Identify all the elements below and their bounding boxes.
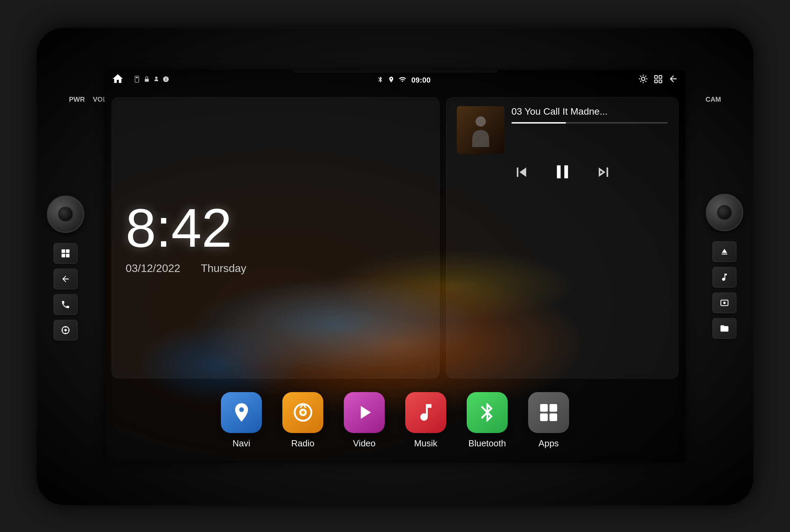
clock-day-text: Thursday bbox=[201, 262, 246, 275]
media-right-button[interactable] bbox=[713, 292, 736, 313]
home-icon[interactable] bbox=[112, 73, 124, 88]
window-icon[interactable] bbox=[653, 74, 663, 86]
svg-line-22 bbox=[645, 76, 646, 77]
app-item-radio[interactable]: Radio bbox=[282, 392, 323, 449]
clock-date-text: 03/12/2022 bbox=[126, 262, 180, 275]
back-button[interactable] bbox=[54, 269, 77, 289]
app-item-navi[interactable]: Navi bbox=[221, 392, 262, 449]
svg-rect-11 bbox=[136, 77, 138, 78]
svg-rect-12 bbox=[145, 79, 149, 82]
screen-container: 09:00 bbox=[105, 70, 685, 462]
app-item-apps[interactable]: Apps bbox=[528, 392, 569, 449]
album-art-image bbox=[457, 106, 505, 154]
svg-rect-10 bbox=[135, 76, 139, 82]
bluetooth-icon bbox=[467, 392, 508, 433]
folder-right-button[interactable] bbox=[713, 318, 736, 339]
location-status-icon bbox=[388, 76, 395, 84]
svg-line-19 bbox=[640, 76, 641, 77]
app-item-video[interactable]: Video bbox=[344, 392, 385, 449]
status-icons bbox=[133, 75, 169, 85]
svg-point-27 bbox=[476, 116, 486, 127]
music-info: 03 You Call It Madne... bbox=[511, 106, 668, 124]
wifi-status-icon bbox=[399, 76, 406, 85]
musik-label: Musik bbox=[414, 438, 437, 449]
left-side-buttons bbox=[54, 243, 77, 340]
app-item-bluetooth[interactable]: Bluetooth bbox=[467, 392, 508, 449]
status-left bbox=[112, 73, 169, 88]
widgets-area: 8:42 03/12/2022 Thursday bbox=[105, 90, 685, 385]
eject-button[interactable] bbox=[713, 241, 736, 262]
apps-icon bbox=[528, 392, 569, 433]
music-title: 03 You Call It Madne... bbox=[511, 106, 668, 117]
status-center-icons bbox=[377, 76, 406, 85]
play-pause-button[interactable] bbox=[551, 161, 574, 188]
svg-point-5 bbox=[65, 329, 67, 331]
next-button[interactable] bbox=[594, 163, 613, 186]
right-side-buttons bbox=[713, 241, 736, 339]
svg-rect-0 bbox=[61, 249, 65, 253]
cam-label: CAM bbox=[705, 96, 721, 103]
status-time: 09:00 bbox=[411, 76, 431, 85]
grid-button[interactable] bbox=[54, 243, 77, 263]
clock-date: 03/12/2022 Thursday bbox=[126, 262, 425, 275]
music-top: 03 You Call It Madne... bbox=[457, 106, 668, 154]
phone-button[interactable] bbox=[54, 294, 77, 315]
clock-time: 8:42 bbox=[126, 201, 425, 255]
svg-rect-1 bbox=[66, 249, 69, 253]
notification-icon bbox=[163, 76, 169, 84]
bluetooth-status-icon bbox=[377, 76, 384, 84]
radio-label: Radio bbox=[291, 438, 314, 449]
back-status-icon[interactable] bbox=[668, 74, 678, 86]
svg-rect-34 bbox=[540, 413, 548, 421]
status-center: 09:00 bbox=[169, 76, 638, 85]
music-right-button[interactable] bbox=[713, 267, 736, 287]
clock-widget: 8:42 03/12/2022 Thursday bbox=[112, 97, 439, 378]
svg-line-20 bbox=[645, 81, 646, 82]
music-progress-fill bbox=[511, 122, 566, 124]
radio-icon bbox=[282, 392, 323, 433]
navi-label: Navi bbox=[232, 438, 250, 449]
svg-marker-31 bbox=[361, 406, 371, 419]
unit-bezel: PWR VOL TUNE CAM MIC bbox=[37, 27, 753, 505]
svg-point-13 bbox=[155, 77, 158, 79]
pwr-label: PWR bbox=[69, 96, 85, 103]
nav-button[interactable] bbox=[54, 320, 77, 340]
music-progress[interactable] bbox=[511, 122, 668, 124]
apps-label: Apps bbox=[538, 438, 559, 449]
svg-line-21 bbox=[640, 81, 641, 82]
sim-icon bbox=[133, 75, 141, 85]
svg-point-30 bbox=[301, 411, 305, 414]
person-icon bbox=[153, 76, 160, 84]
svg-rect-35 bbox=[550, 413, 558, 421]
screen: 09:00 bbox=[105, 70, 685, 462]
video-icon bbox=[344, 392, 385, 433]
svg-rect-25 bbox=[655, 80, 658, 83]
main-content: 8:42 03/12/2022 Thursday bbox=[105, 90, 685, 462]
svg-rect-32 bbox=[540, 404, 548, 412]
music-widget: 03 You Call It Madne... bbox=[446, 97, 678, 378]
video-label: Video bbox=[353, 438, 376, 449]
left-panel bbox=[47, 192, 84, 340]
svg-point-14 bbox=[641, 77, 645, 81]
svg-rect-26 bbox=[659, 80, 662, 83]
svg-point-37 bbox=[723, 302, 726, 304]
navi-icon bbox=[221, 392, 262, 433]
right-knob[interactable] bbox=[706, 193, 743, 231]
right-panel bbox=[706, 193, 743, 339]
status-bar: 09:00 bbox=[105, 70, 685, 90]
app-item-musik[interactable]: Musik bbox=[405, 392, 446, 449]
brightness-icon[interactable] bbox=[638, 74, 648, 86]
svg-rect-3 bbox=[66, 254, 69, 257]
svg-rect-2 bbox=[61, 254, 65, 257]
lock-icon bbox=[143, 76, 150, 84]
left-knob[interactable] bbox=[47, 195, 84, 233]
status-right bbox=[638, 74, 678, 86]
svg-rect-24 bbox=[659, 75, 662, 78]
app-row: Navi Radio bbox=[105, 385, 685, 462]
bluetooth-label: Bluetooth bbox=[468, 438, 506, 449]
svg-rect-33 bbox=[550, 404, 558, 412]
svg-rect-23 bbox=[655, 75, 658, 78]
album-art bbox=[457, 106, 505, 154]
prev-button[interactable] bbox=[512, 163, 531, 186]
musik-icon bbox=[405, 392, 446, 433]
